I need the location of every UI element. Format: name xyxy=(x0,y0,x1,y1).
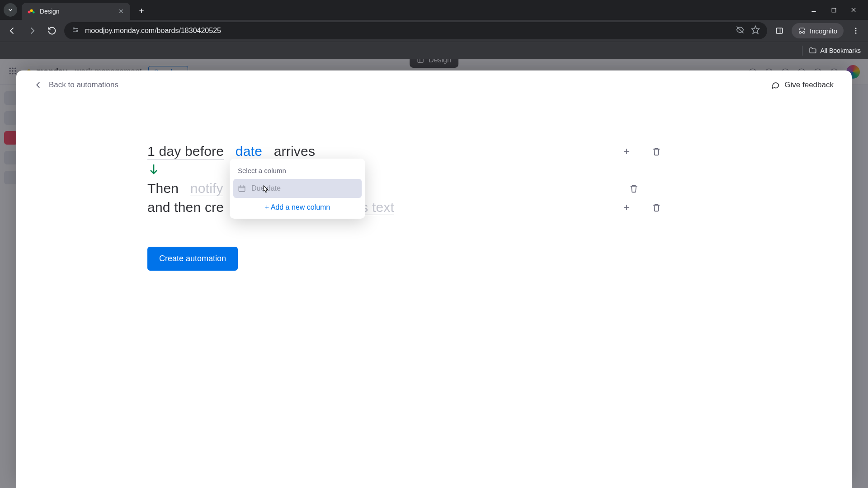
address-bar[interactable] xyxy=(64,22,767,39)
svg-point-9 xyxy=(73,28,75,29)
browser-tab-strip: Design ✕ xyxy=(0,0,868,20)
back-to-automations-button[interactable]: Back to automations xyxy=(34,80,118,89)
delete-step-button[interactable] xyxy=(627,182,640,195)
nav-forward-button[interactable] xyxy=(24,23,40,38)
svg-point-2 xyxy=(33,11,35,14)
action1-text: Then notify s xyxy=(147,181,242,196)
site-settings-icon[interactable] xyxy=(71,26,80,36)
delete-step-button[interactable] xyxy=(650,201,663,214)
date-column-slot[interactable]: date xyxy=(236,144,262,159)
close-tab-icon[interactable]: ✕ xyxy=(118,8,125,15)
back-label: Back to automations xyxy=(49,80,118,89)
incognito-indicator[interactable]: Incognito xyxy=(792,23,844,38)
modal-header: Back to automations Give feedback xyxy=(16,70,852,89)
bookmarks-bar: All Bookmarks xyxy=(0,42,868,59)
bookmark-star-icon[interactable] xyxy=(751,25,760,36)
url-input[interactable] xyxy=(85,27,730,35)
monday-favicon-icon xyxy=(27,7,35,15)
svg-point-11 xyxy=(76,31,78,32)
svg-rect-15 xyxy=(776,28,783,33)
action-line-2: and then cre is text xyxy=(147,200,604,215)
page-viewport: monday work management See plans Design … xyxy=(0,59,868,488)
new-tab-button[interactable] xyxy=(135,4,148,18)
chevron-left-icon xyxy=(34,81,42,89)
window-minimize-button[interactable] xyxy=(810,6,817,14)
feedback-label: Give feedback xyxy=(784,80,834,89)
chat-icon xyxy=(771,80,780,89)
calendar-icon xyxy=(238,184,246,192)
svg-point-0 xyxy=(28,11,31,14)
incognito-icon xyxy=(798,27,806,35)
all-bookmarks-button[interactable]: All Bookmarks xyxy=(809,47,861,55)
action-line-1: Then notify s xyxy=(147,181,604,196)
folder-icon xyxy=(809,47,817,55)
svg-point-19 xyxy=(855,33,857,34)
add-step-button[interactable] xyxy=(620,201,633,214)
create-automation-button[interactable]: Create automation xyxy=(147,247,238,271)
column-option-label: Due date xyxy=(251,184,281,192)
incognito-label: Incognito xyxy=(810,27,837,35)
tab-search-button[interactable] xyxy=(4,3,17,17)
flow-arrow-icon xyxy=(148,164,599,178)
window-close-button[interactable] xyxy=(850,6,857,14)
notify-action-slot[interactable]: notify xyxy=(190,181,223,196)
tracking-off-icon[interactable] xyxy=(736,25,745,36)
all-bookmarks-label: All Bookmarks xyxy=(821,47,861,54)
trigger-suffix: arrives xyxy=(274,144,315,159)
svg-marker-14 xyxy=(752,26,760,34)
nav-reload-button[interactable] xyxy=(44,23,60,38)
tab-title: Design xyxy=(40,8,113,15)
action1-row-actions xyxy=(627,182,640,195)
time-offset-slot[interactable]: 1 day before xyxy=(147,144,224,160)
add-step-button[interactable] xyxy=(620,145,633,158)
trigger-row-actions xyxy=(620,145,663,158)
add-new-column-button[interactable]: + Add a new column xyxy=(233,198,362,214)
side-panel-button[interactable] xyxy=(772,23,787,38)
delete-step-button[interactable] xyxy=(650,145,663,158)
browser-toolbar: Incognito xyxy=(0,20,868,42)
column-select-popover: Select a column Due date + Add a new col… xyxy=(230,159,365,219)
column-option-due-date[interactable]: Due date xyxy=(233,179,362,198)
svg-rect-36 xyxy=(239,186,245,192)
window-controls xyxy=(810,6,864,14)
nav-back-button[interactable] xyxy=(5,23,20,38)
trigger-line: 1 day before date arrives Select a colum… xyxy=(147,144,604,159)
chrome-menu-button[interactable] xyxy=(848,23,863,38)
popover-heading: Select a column xyxy=(233,165,362,179)
svg-point-1 xyxy=(30,9,33,12)
svg-rect-6 xyxy=(832,8,836,12)
svg-point-17 xyxy=(855,28,857,29)
then-label: Then xyxy=(147,181,179,196)
separator xyxy=(802,46,802,56)
action2-row-actions xyxy=(620,201,663,214)
window-maximize-button[interactable] xyxy=(830,6,837,14)
trigger-text: 1 day before date arrives xyxy=(147,144,315,159)
svg-point-18 xyxy=(855,30,857,32)
automation-builder: 1 day before date arrives Select a colum… xyxy=(147,89,599,271)
give-feedback-button[interactable]: Give feedback xyxy=(771,80,834,89)
automation-modal: Back to automations Give feedback 1 day … xyxy=(16,70,852,488)
and-then-label: and then cre xyxy=(147,200,224,215)
browser-tab[interactable]: Design ✕ xyxy=(22,3,130,20)
